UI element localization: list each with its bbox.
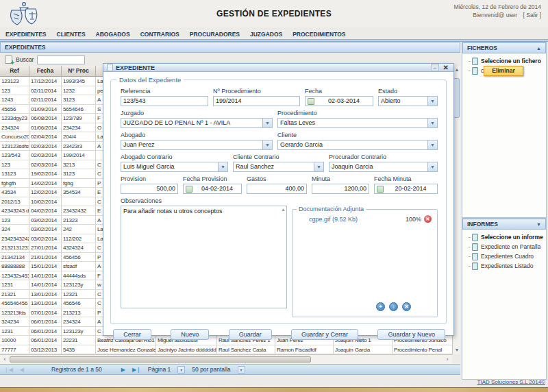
eliminar-button[interactable]: Eliminar (484, 66, 523, 76)
chevron-down-icon: ▼ (427, 119, 437, 127)
tree-item[interactable]: Expedientes Cuadro (466, 252, 545, 261)
per-page-dropdown-icon[interactable]: ▾ (238, 366, 245, 373)
referencia-label: Referencia (121, 88, 208, 95)
dialog-titlebar[interactable]: EXPEDIENTE – ✕ (103, 64, 453, 72)
attachment-row[interactable]: cgpe.gif (9.52 Kb) 100% ✕ (309, 215, 432, 223)
file-icon (472, 262, 478, 270)
add-attachment-icon[interactable]: + (376, 302, 385, 311)
menu-item-expedientes[interactable]: EXPEDIENTES (5, 31, 47, 38)
chevron-down-icon: ▼ (262, 119, 272, 127)
expedientes-panel-header: EXPEDIENTES (0, 42, 460, 53)
close-icon[interactable]: ✕ (442, 64, 450, 71)
chevron-down-icon: ▼ (218, 162, 227, 171)
next-page-icon[interactable]: ▶ (121, 367, 125, 373)
procedimiento-select[interactable]: Faltas Leves ▼ (277, 118, 438, 128)
fecha-provision-input[interactable]: 04-02-2014 (183, 184, 242, 194)
collapse-up-icon[interactable]: ▲ (536, 43, 541, 53)
procedimiento-label: Procedimiento (277, 110, 438, 117)
guardar-y-cerrar-button[interactable]: Guardar y Cerrar (291, 329, 358, 340)
cliente-contrario-select[interactable]: Raul Sanchez ▼ (233, 162, 324, 172)
observaciones-label: Observaciones (121, 197, 287, 204)
fecha-minuta-input[interactable]: 20-02-2014 (374, 184, 438, 194)
referencia-input[interactable]: 123/543 (121, 96, 208, 106)
abogado-contrario-select[interactable]: Luis Miguel Garcia ▼ (121, 162, 228, 172)
taskbar-strip (0, 387, 548, 392)
num-procedimiento-label: Nº Procedimiento (213, 88, 300, 95)
nuevo-button[interactable]: Nuevo (171, 329, 209, 340)
document-icon (107, 64, 113, 71)
vendor-link[interactable]: TIAD Soluciones S.L 2014© (477, 379, 545, 385)
minimize-icon[interactable]: – (431, 64, 439, 71)
tree-item[interactable]: Expedientes Listado (466, 261, 545, 271)
menu-item-abogados[interactable]: ABOGADOS (96, 31, 130, 38)
estado-select[interactable]: Abierto ▼ (378, 96, 438, 106)
page-dropdown-icon[interactable]: ▾ (177, 366, 185, 373)
calendar-icon[interactable] (377, 186, 384, 193)
horizontal-scroll-thumb[interactable] (10, 356, 311, 363)
table-row[interactable]: 7777703/12/20135435Jose Hernandez Gonzal… (0, 345, 452, 355)
column-header[interactable]: Ref (0, 66, 29, 77)
menu-item-juzgados[interactable]: JUZGADOS (250, 31, 282, 38)
download-attachment-icon[interactable]: ↓ (389, 302, 398, 311)
attachment-name[interactable]: cgpe.gif (9.52 Kb) (309, 216, 403, 223)
datos-expediente-section: Datos del Expediente Referencia 123/543 … (110, 76, 447, 324)
procurador-contrario-select[interactable]: Joaquin Garcia ▼ (329, 162, 438, 172)
attachment-actions: + ↓ ✕ (376, 302, 411, 311)
first-page-icon[interactable]: ❘◀ (4, 367, 13, 373)
gastos-input[interactable]: 400,00 (247, 184, 307, 194)
search-input[interactable] (37, 56, 85, 64)
per-page-indicator: 50 por pantalla (192, 366, 230, 373)
abogado-select[interactable]: Juan Perez ▼ (121, 140, 273, 150)
scroll-right-icon[interactable]: › (443, 355, 452, 364)
scroll-left-icon[interactable]: ‹ (0, 355, 10, 364)
tree-item[interactable]: Expediente en Pantalla (466, 242, 545, 252)
welcome-text: Bienvenid@ user (473, 12, 517, 19)
scroll-up-icon[interactable]: ▲ (281, 207, 286, 212)
juzgado-label: Juzgado (121, 110, 273, 117)
right-sidebar: FICHEROS ▲ Seleccione un ficherocgpe.gif… (462, 42, 547, 380)
horizontal-scrollbar[interactable]: ‹ › (0, 354, 452, 364)
fecha-input[interactable]: 02-03-2014 (305, 96, 373, 106)
ficheros-title: FICHEROS (467, 43, 497, 53)
expedientes-panel-title: EXPEDIENTES (5, 42, 46, 53)
vertical-scroll-thumb[interactable] (453, 78, 460, 118)
guardar-y-nuevo-button[interactable]: Guardar y Nuevo (377, 329, 445, 340)
fecha-provision-label: Fecha Provision (183, 175, 242, 182)
cancel-attachment-icon[interactable]: ✕ (402, 302, 411, 311)
add-record-icon[interactable] (5, 56, 12, 64)
abogado-label: Abogado (121, 132, 273, 138)
menu-item-procedimientos[interactable]: PROCEDIMIENTOS (292, 31, 345, 38)
juzgado-select[interactable]: JUZGADO DE LO PENAL Nº 1 - AVILA ▼ (121, 118, 273, 128)
calendar-icon[interactable] (186, 186, 192, 193)
menu-item-contrarios[interactable]: CONTRARIOS (140, 31, 179, 38)
logout-link[interactable]: [ Salir ] (523, 12, 541, 19)
documentacion-adjunta-section: Documentación Adjunta cgpe.gif (9.52 Kb)… (292, 206, 438, 317)
menu-item-clientes[interactable]: CLIENTES (57, 31, 86, 38)
tree-item[interactable]: Seleccione un informe (466, 232, 545, 242)
observaciones-textarea[interactable]: Para añadir notas u otros conceptos ▲ (121, 206, 287, 308)
minuta-input[interactable]: 1200,00 (312, 184, 369, 194)
provision-input[interactable]: 500,00 (121, 184, 178, 194)
section-title: Datos del Expediente (116, 76, 184, 84)
file-icon (472, 243, 478, 251)
column-header[interactable]: Nº Proc (62, 66, 96, 77)
calendar-icon[interactable] (308, 98, 314, 105)
informes-title: INFORMES (467, 219, 498, 230)
scroll-down-icon[interactable]: ▼ (453, 346, 461, 354)
menu-item-procuradores[interactable]: PROCURADORES (190, 31, 240, 38)
delete-attachment-icon[interactable]: ✕ (424, 215, 432, 223)
menu-bar: EXPEDIENTESCLIENTESABOGADOSCONTRARIOSPRO… (0, 29, 548, 39)
prev-page-icon[interactable]: ◀ (20, 367, 24, 373)
chevron-down-icon: ▼ (427, 97, 437, 106)
provision-label: Provision (121, 175, 178, 182)
cerrar-button[interactable]: Cerrar (113, 329, 151, 340)
tree-item[interactable]: Seleccione un fichero (466, 56, 545, 66)
last-page-icon[interactable]: ▶❘ (132, 367, 141, 373)
num-procedimiento-input[interactable]: 199/2014 (213, 96, 300, 106)
app-header: GESTIÓN DE EXPEDIENTES Miércoles, 12 de … (0, 0, 548, 27)
collapse-down-icon[interactable]: ▼ (536, 219, 541, 230)
column-header[interactable]: Fecha (29, 66, 62, 77)
guardar-button[interactable]: Guardar (229, 329, 272, 340)
expediente-dialog: EXPEDIENTE – ✕ Datos del Expediente Refe… (103, 63, 454, 336)
cliente-select[interactable]: Gerardo Garcia ▼ (277, 140, 438, 150)
